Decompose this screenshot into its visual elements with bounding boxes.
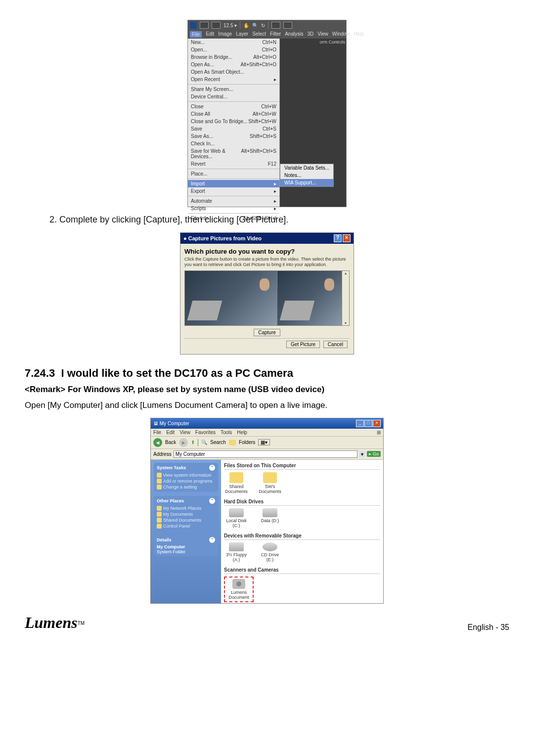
maximize-button[interactable]: □: [364, 420, 372, 427]
cancel-button[interactable]: Cancel: [323, 341, 348, 348]
arrange-icon[interactable]: [283, 22, 292, 29]
close-button[interactable]: ×: [343, 234, 351, 242]
file-menu-item[interactable]: Scripts▸: [188, 205, 279, 212]
file-menu-item[interactable]: Browse in Bridge...Alt+Ctrl+O: [188, 53, 279, 61]
submenu-notes[interactable]: Notes...: [280, 172, 333, 179]
folder-item[interactable]: SharedDocuments: [224, 472, 249, 494]
get-picture-button[interactable]: Get Picture: [286, 341, 320, 348]
file-menu-item[interactable]: CloseCtrl+W: [188, 103, 279, 110]
hand-thumb: [324, 278, 334, 291]
drive-item[interactable]: Data (D:): [258, 508, 282, 528]
file-menu-item[interactable]: RevertF12: [188, 160, 279, 168]
menu-help[interactable]: Help: [354, 31, 364, 38]
video-preview[interactable]: [185, 271, 277, 325]
menu-edit[interactable]: Edit: [206, 31, 214, 38]
collapse-icon[interactable]: ⌃: [209, 465, 215, 471]
file-menu-item[interactable]: Check In...: [188, 140, 279, 147]
help-button[interactable]: ?: [334, 234, 342, 242]
task-item[interactable]: Change a setting: [157, 484, 215, 490]
file-menu-item[interactable]: Save for Web & Devices...Alt+Shift+Ctrl+…: [188, 147, 279, 160]
ex-menu-help[interactable]: Help: [237, 430, 247, 435]
forward-button[interactable]: ►: [179, 438, 188, 447]
up-icon[interactable]: ⬆: [191, 440, 195, 445]
file-menu-item[interactable]: Open...Ctrl+O: [188, 46, 279, 53]
hand-icon[interactable]: ✋: [243, 23, 249, 28]
scrollbar[interactable]: ▴▾: [342, 271, 349, 325]
thumbnail-preview[interactable]: [277, 271, 342, 325]
file-menu-item[interactable]: Device Central...: [188, 93, 279, 100]
drive-item[interactable]: Local Disk (C:): [224, 508, 249, 528]
submenu-wia-support[interactable]: WIA Support...: [280, 179, 333, 186]
file-menu-item[interactable]: Open Recent▸: [188, 76, 279, 83]
go-button[interactable]: ▸ Go: [367, 451, 381, 457]
menu-view[interactable]: View: [317, 31, 328, 38]
place-item[interactable]: Shared Documents: [157, 517, 215, 523]
file-menu-item[interactable]: Close and Go To Bridge...Shift+Ctrl+W: [188, 118, 279, 125]
capture-button[interactable]: Capture: [254, 329, 280, 336]
place-item[interactable]: My Network Places: [157, 505, 215, 511]
file-menu-item[interactable]: Export▸: [188, 187, 279, 195]
back-button[interactable]: ◄: [153, 438, 162, 447]
file-menu-item[interactable]: Import▸: [188, 180, 279, 187]
ps-tool-icon[interactable]: [200, 22, 209, 29]
file-menu-item[interactable]: Open As Smart Object...: [188, 68, 279, 76]
camera-item[interactable]: LumensDocument: [226, 579, 251, 600]
place-item[interactable]: Control Panel: [157, 523, 215, 529]
ex-menu-file[interactable]: File: [153, 430, 161, 435]
address-input[interactable]: [174, 450, 358, 458]
search-label[interactable]: Search: [210, 440, 226, 445]
folders-icon[interactable]: [229, 440, 236, 445]
menu-window[interactable]: Window: [332, 31, 350, 38]
ps-zoom[interactable]: 12.5 ▾: [223, 23, 237, 28]
ex-menu-tools[interactable]: Tools: [221, 430, 232, 435]
file-menu-item[interactable]: Close AllAlt+Ctrl+W: [188, 110, 279, 118]
ex-menu-favorites[interactable]: Favorites: [195, 430, 216, 435]
task-item[interactable]: Add or remove programs: [157, 478, 215, 484]
zoom-icon[interactable]: 🔍: [252, 23, 258, 28]
menu-filter[interactable]: Filter: [270, 31, 281, 38]
collapse-icon[interactable]: ⌃: [209, 537, 215, 543]
photoshop-window: 12.5 ▾ ✋ 🔍 ↻ File Edit Image Layer Selec…: [187, 20, 347, 207]
file-menu-item[interactable]: Save As...Shift+Ctrl+S: [188, 133, 279, 140]
menu-layer[interactable]: Layer: [236, 31, 248, 38]
rotate-icon[interactable]: ↻: [261, 23, 265, 28]
collapse-icon[interactable]: ⌃: [209, 498, 215, 504]
laptop-in-preview: [187, 301, 222, 320]
scroll-up-icon[interactable]: ▴: [345, 271, 347, 275]
cd-item[interactable]: CD Drive (E:): [258, 542, 282, 562]
ex-menu-view[interactable]: View: [179, 430, 190, 435]
separator: [240, 22, 240, 29]
menu-image[interactable]: Image: [218, 31, 232, 38]
menu-3d[interactable]: 3D: [307, 31, 313, 38]
menu-file[interactable]: File: [190, 31, 202, 38]
scroll-down-icon[interactable]: ▾: [345, 321, 347, 325]
file-menu-item[interactable]: Share My Screen...: [188, 86, 279, 93]
address-label: Address: [153, 451, 172, 457]
search-icon[interactable]: 🔍: [201, 440, 207, 445]
floppy-item[interactable]: 3½ Floppy(A:): [224, 542, 249, 562]
address-dropdown-icon[interactable]: ▾: [359, 451, 365, 457]
explorer-titlebar: 🖥 My Computer _ □ ×: [151, 418, 383, 429]
close-button[interactable]: ×: [373, 420, 381, 427]
other-places-panel: Other Places⌃ My Network Places My Docum…: [154, 496, 218, 531]
task-item[interactable]: View system information: [157, 472, 215, 478]
ps-tool-dropdown[interactable]: [212, 22, 221, 29]
back-label[interactable]: Back: [165, 440, 176, 445]
minimize-button[interactable]: _: [356, 420, 364, 427]
computer-icon: 🖥: [153, 421, 158, 426]
views-icon[interactable]: ▦▾: [258, 439, 270, 445]
details-name: My Computer: [157, 544, 215, 549]
place-item[interactable]: My Documents: [157, 511, 215, 517]
screen-mode-icon[interactable]: [271, 22, 280, 29]
menu-analysis[interactable]: Analysis: [285, 31, 303, 38]
submenu-variable-data[interactable]: Variable Data Sets...: [280, 164, 333, 172]
ex-menu-edit[interactable]: Edit: [166, 430, 175, 435]
file-menu-item[interactable]: New...Ctrl+N: [188, 39, 279, 46]
file-menu-item[interactable]: Open As...Alt+Shift+Ctrl+O: [188, 61, 279, 68]
file-menu-item[interactable]: Place...: [188, 170, 279, 178]
file-menu-item[interactable]: Automate▸: [188, 197, 279, 205]
folder-item[interactable]: SW'sDocuments: [258, 472, 282, 494]
folders-label[interactable]: Folders: [239, 440, 255, 445]
menu-select[interactable]: Select: [252, 31, 266, 38]
file-menu-item[interactable]: SaveCtrl+S: [188, 125, 279, 133]
